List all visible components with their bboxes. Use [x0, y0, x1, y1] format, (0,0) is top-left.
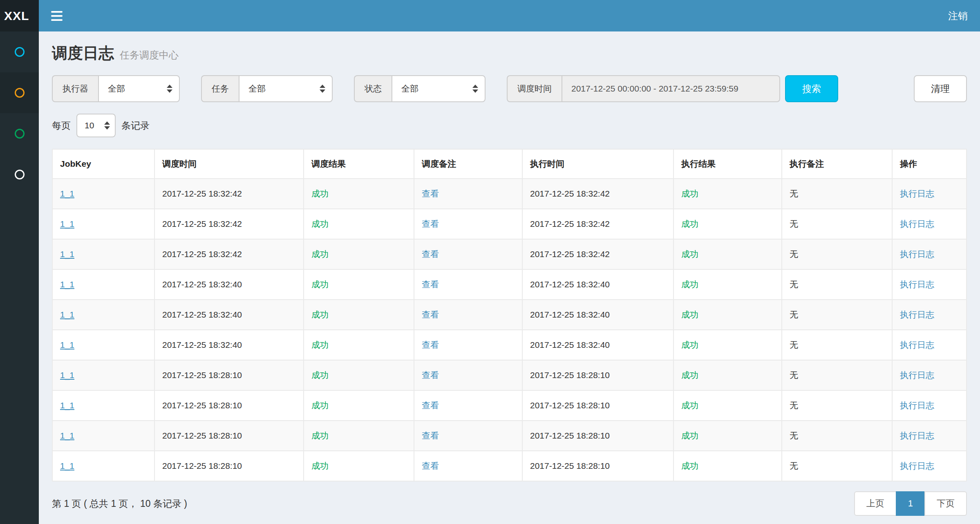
sched-time-cell: 2017-12-25 18:28:10	[154, 421, 304, 451]
exec-time-cell: 2017-12-25 18:32:40	[522, 330, 673, 360]
view-remark-link[interactable]: 查看	[422, 219, 439, 228]
schedule-time-label: 调度时间	[507, 75, 562, 102]
jobkey-link[interactable]: 1_1	[60, 431, 74, 440]
table-row: 1_1 2017-12-25 18:28:10 成功 查看 2017-12-25…	[52, 360, 967, 390]
circle-o-icon	[15, 129, 25, 139]
executor-filter-group: 执行器 全部	[52, 75, 180, 102]
view-remark-link[interactable]: 查看	[422, 249, 439, 259]
table-row: 1_1 2017-12-25 18:32:42 成功 查看 2017-12-25…	[52, 209, 967, 239]
sched-time-cell: 2017-12-25 18:28:10	[154, 451, 304, 481]
exec-time-cell: 2017-12-25 18:32:42	[522, 239, 673, 269]
exec-remark-cell: 无	[782, 179, 892, 209]
header-exec-remark: 执行备注	[782, 149, 892, 179]
view-remark-link[interactable]: 查看	[422, 431, 439, 440]
pagination: 上页 1 下页	[854, 491, 967, 516]
sidebar-item-executor[interactable]	[0, 154, 39, 195]
exec-log-link[interactable]: 执行日志	[900, 401, 934, 410]
exec-result-cell: 成功	[673, 421, 782, 451]
exec-log-link[interactable]: 执行日志	[900, 340, 934, 349]
exec-result-cell: 成功	[673, 300, 782, 330]
sidebar-item-report[interactable]	[0, 31, 39, 72]
exec-time-cell: 2017-12-25 18:32:40	[522, 300, 673, 330]
page-header: 调度日志 任务调度中心	[52, 43, 967, 64]
exec-log-link[interactable]: 执行日志	[900, 249, 934, 259]
pagesize-suffix: 条记录	[121, 119, 150, 132]
job-select[interactable]: 全部	[239, 75, 333, 102]
exec-log-link[interactable]: 执行日志	[900, 310, 934, 319]
exec-log-link[interactable]: 执行日志	[900, 219, 934, 228]
jobkey-link[interactable]: 1_1	[60, 249, 74, 259]
exec-log-link[interactable]: 执行日志	[900, 280, 934, 289]
schedule-time-input[interactable]	[562, 75, 780, 102]
prev-page-button[interactable]: 上页	[854, 491, 897, 516]
jobkey-link[interactable]: 1_1	[60, 370, 74, 380]
exec-result-cell: 成功	[673, 390, 782, 421]
jobkey-link[interactable]: 1_1	[60, 280, 74, 289]
logout-link[interactable]: 注销	[936, 0, 980, 31]
page-summary: 第 1 页 ( 总共 1 页， 10 条记录 )	[52, 497, 187, 510]
sched-result-cell: 成功	[304, 209, 414, 239]
exec-log-link[interactable]: 执行日志	[900, 431, 934, 440]
jobkey-link[interactable]: 1_1	[60, 340, 74, 349]
exec-remark-cell: 无	[782, 239, 892, 269]
clear-button[interactable]: 清理	[914, 75, 967, 102]
pagesize-select[interactable]: 10	[76, 114, 116, 137]
view-remark-link[interactable]: 查看	[422, 401, 439, 410]
view-remark-link[interactable]: 查看	[422, 340, 439, 349]
status-select[interactable]: 全部	[392, 75, 486, 102]
sidebar-toggle-icon[interactable]	[39, 11, 75, 21]
sched-result-cell: 成功	[304, 451, 414, 481]
next-page-button[interactable]: 下页	[924, 491, 967, 516]
header-exec-result: 执行结果	[673, 149, 782, 179]
table-row: 1_1 2017-12-25 18:28:10 成功 查看 2017-12-25…	[52, 390, 967, 421]
jobkey-link[interactable]: 1_1	[60, 401, 74, 410]
exec-remark-cell: 无	[782, 451, 892, 481]
jobkey-link[interactable]: 1_1	[60, 310, 74, 319]
view-remark-link[interactable]: 查看	[422, 189, 439, 198]
sched-result-cell: 成功	[304, 300, 414, 330]
view-remark-link[interactable]: 查看	[422, 310, 439, 319]
exec-time-cell: 2017-12-25 18:32:42	[522, 179, 673, 209]
exec-log-link[interactable]: 执行日志	[900, 189, 934, 198]
exec-remark-cell: 无	[782, 360, 892, 390]
sched-time-cell: 2017-12-25 18:28:10	[154, 360, 304, 390]
log-table: JobKey 调度时间 调度结果 调度备注 执行时间 执行结果 执行备注 操作 …	[52, 149, 967, 481]
circle-o-icon	[15, 170, 25, 179]
jobkey-link[interactable]: 1_1	[60, 189, 74, 198]
view-remark-link[interactable]: 查看	[422, 370, 439, 380]
view-remark-link[interactable]: 查看	[422, 461, 439, 470]
sidebar-item-job[interactable]	[0, 72, 39, 113]
status-label: 状态	[354, 75, 392, 102]
exec-remark-cell: 无	[782, 421, 892, 451]
sched-result-cell: 成功	[304, 330, 414, 360]
filter-bar: 执行器 全部 任务 全部 状态 全部 调度时间 搜索 清理	[52, 75, 967, 102]
view-remark-link[interactable]: 查看	[422, 280, 439, 289]
exec-time-cell: 2017-12-25 18:28:10	[522, 360, 673, 390]
status-select-value: 全部	[401, 83, 418, 94]
jobkey-link[interactable]: 1_1	[60, 219, 74, 228]
exec-result-cell: 成功	[673, 330, 782, 360]
exec-log-link[interactable]: 执行日志	[900, 461, 934, 470]
exec-log-link[interactable]: 执行日志	[900, 370, 934, 380]
executor-label: 执行器	[52, 75, 98, 102]
sched-result-cell: 成功	[304, 239, 414, 269]
exec-remark-cell: 无	[782, 300, 892, 330]
executor-select[interactable]: 全部	[98, 75, 180, 102]
exec-time-cell: 2017-12-25 18:28:10	[522, 421, 673, 451]
exec-time-cell: 2017-12-25 18:32:40	[522, 269, 673, 300]
header-sched-result: 调度结果	[304, 149, 414, 179]
sched-result-cell: 成功	[304, 390, 414, 421]
jobkey-link[interactable]: 1_1	[60, 461, 74, 470]
page-subtitle: 任务调度中心	[120, 49, 179, 62]
sidebar-item-log[interactable]	[0, 113, 39, 154]
exec-result-cell: 成功	[673, 269, 782, 300]
table-header-row: JobKey 调度时间 调度结果 调度备注 执行时间 执行结果 执行备注 操作	[52, 149, 967, 179]
sched-time-cell: 2017-12-25 18:32:42	[154, 239, 304, 269]
header-jobkey: JobKey	[52, 149, 154, 179]
table-row: 1_1 2017-12-25 18:32:40 成功 查看 2017-12-25…	[52, 330, 967, 360]
search-button[interactable]: 搜索	[785, 75, 838, 102]
page-1-button[interactable]: 1	[896, 491, 925, 516]
app-logo[interactable]: XXL	[0, 0, 39, 31]
pagesize-prefix: 每页	[52, 119, 71, 132]
page-title: 调度日志	[52, 43, 114, 64]
